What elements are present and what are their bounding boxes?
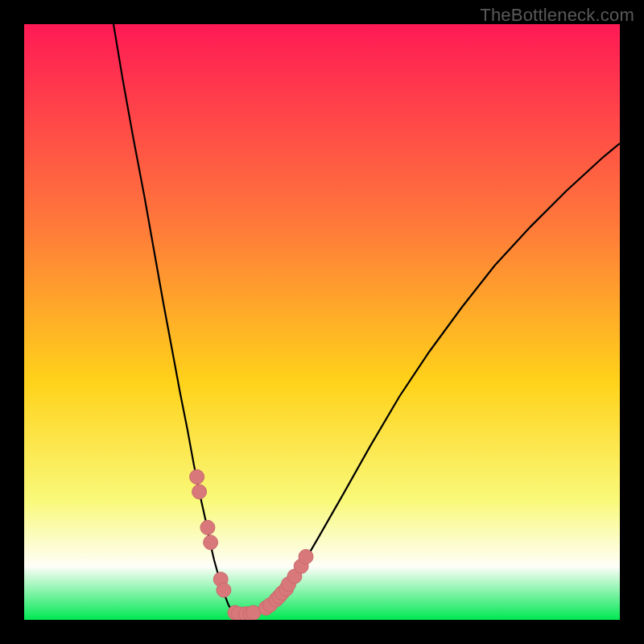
plot-area (24, 24, 620, 620)
attribution-label: TheBottleneck.com (480, 5, 634, 26)
marker-point (204, 535, 218, 550)
curve-layer (24, 24, 620, 620)
curve-right-branch (268, 143, 620, 605)
marker-point (299, 550, 313, 564)
marker-point (200, 520, 215, 535)
marker-point (190, 469, 204, 484)
curve-left-branch (114, 24, 232, 609)
marker-point (192, 485, 207, 499)
chart-frame: TheBottleneck.com (0, 0, 644, 644)
marker-point (217, 583, 231, 597)
highlight-markers (190, 469, 313, 620)
